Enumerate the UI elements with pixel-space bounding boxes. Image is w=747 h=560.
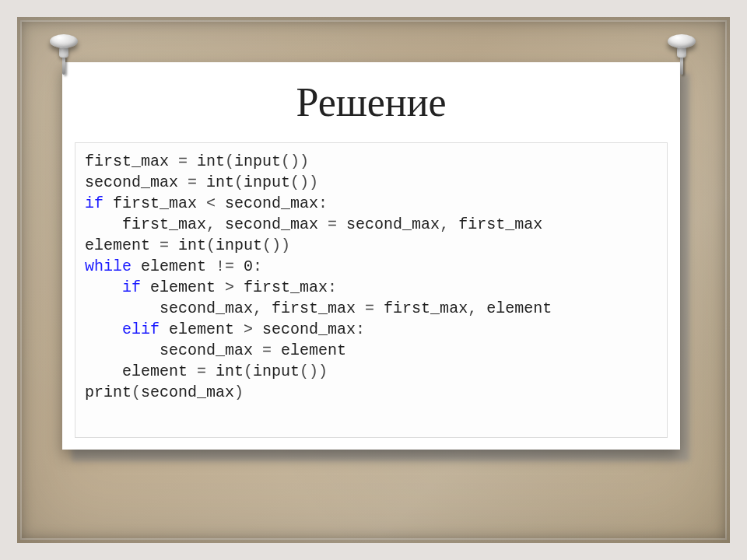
slide-paper: Решение first_max = int(input()) second_… [62,62,680,450]
slide-heading: Решение [62,62,680,135]
code-box: first_max = int(input()) second_max = in… [75,142,668,438]
code-content: first_max = int(input()) second_max = in… [85,151,658,403]
